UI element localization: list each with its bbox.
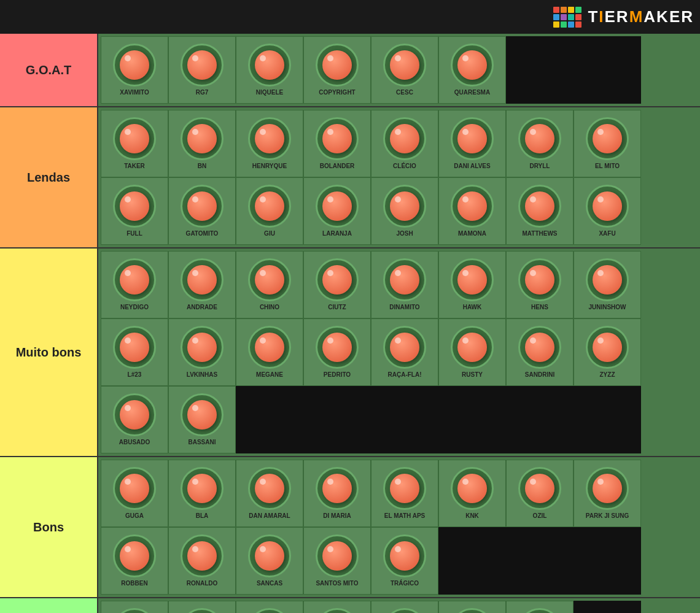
tier-label-muito-bons: Muito bons <box>0 249 98 456</box>
player-card[interactable]: RG7 <box>168 36 236 104</box>
player-card[interactable]: DANI ALVES <box>438 110 506 177</box>
player-avatar <box>113 44 156 87</box>
empty-cell <box>574 386 641 453</box>
player-card[interactable]: XAFU <box>574 177 641 245</box>
player-card[interactable]: CHINO <box>236 251 303 318</box>
player-name: BN <box>198 163 206 170</box>
player-avatar <box>586 326 629 369</box>
player-name: DRYLL <box>530 163 550 170</box>
player-name: SANCAS <box>257 580 282 587</box>
player-card[interactable]: BN <box>168 110 236 177</box>
player-avatar <box>518 467 561 510</box>
player-avatar <box>248 326 291 369</box>
player-card[interactable]: CIUTZ <box>303 251 371 318</box>
player-card[interactable]: GATOMITO <box>168 177 236 245</box>
player-card[interactable]: MAMONA <box>438 177 506 245</box>
empty-cell <box>371 386 438 453</box>
player-card[interactable]: PARK JI SUNG <box>574 460 641 527</box>
player-card[interactable]: HENS <box>506 251 574 318</box>
player-name: HENS <box>531 304 548 311</box>
player-card[interactable]: MATTHEWS <box>506 177 574 245</box>
player-avatar <box>316 185 359 228</box>
player-card[interactable]: XAVIMITO <box>101 36 168 104</box>
player-card[interactable]: JOSH <box>371 177 438 245</box>
player-card[interactable]: EL MATH APS <box>371 460 438 527</box>
tier-container: G.O.A.TXAVIMITORG7NIQUELECOPYRIGHTCESCQU… <box>0 34 700 613</box>
player-card[interactable]: LARANJA <box>303 177 371 245</box>
player-card[interactable]: CLÉCIO <box>371 110 438 177</box>
empty-cell <box>574 36 641 104</box>
player-name: NIQUELE <box>256 89 283 96</box>
player-card[interactable]: P.H. GANSO <box>303 601 371 613</box>
player-card[interactable]: RUSTY <box>438 318 506 386</box>
player-card[interactable]: ANDRADE <box>168 251 236 318</box>
player-card[interactable]: SANTOS MITO <box>303 527 371 595</box>
player-card[interactable]: OZIL <box>506 460 574 527</box>
player-avatar <box>181 44 224 87</box>
player-card[interactable]: NEYDIGO <box>101 251 168 318</box>
player-card[interactable]: BLA <box>168 460 236 527</box>
player-card[interactable]: ROBBEN <box>101 527 168 595</box>
player-card[interactable]: FRED <box>236 601 303 613</box>
player-card[interactable]: RUKA <box>101 601 168 613</box>
player-avatar <box>113 534 156 577</box>
player-card[interactable]: DI MARIA <box>303 460 371 527</box>
player-card[interactable]: GIU <box>236 177 303 245</box>
player-card[interactable]: MEGANE <box>236 318 303 386</box>
player-card[interactable]: MR. CECEL <box>438 601 506 613</box>
player-card[interactable]: RAÇA-FLA! <box>371 318 438 386</box>
player-name: ROBBEN <box>121 580 147 587</box>
tier-items-ruins: RUKACATANHA#21FREDP.H. GANSOJEFFMR. CECE… <box>98 598 700 613</box>
player-card[interactable]: HAWK <box>438 251 506 318</box>
player-card[interactable]: BOLANDER <box>303 110 371 177</box>
tier-row-bons: BonsGUGABLADAN AMARALDI MARIAEL MATH APS… <box>0 457 700 598</box>
player-card[interactable]: HENRYQUE <box>236 110 303 177</box>
player-card[interactable]: JUNINSHOW <box>574 251 641 318</box>
player-card[interactable]: ABUSADO <box>101 386 168 453</box>
player-avatar <box>451 326 494 369</box>
player-name: COPYRIGHT <box>319 89 355 96</box>
player-card[interactable]: SANDRINI <box>506 318 574 386</box>
player-name: RG7 <box>196 89 209 96</box>
player-card[interactable]: LVKINHAS <box>168 318 236 386</box>
player-card[interactable]: DRYLL <box>506 110 574 177</box>
player-card[interactable]: QUARESMA <box>438 36 506 104</box>
player-card[interactable]: TRÁGICO <box>371 527 438 595</box>
player-avatar <box>316 608 359 613</box>
player-avatar <box>451 185 494 228</box>
player-card[interactable]: JEFF <box>371 601 438 613</box>
player-avatar <box>248 258 291 301</box>
player-avatar <box>248 467 291 510</box>
player-card[interactable]: L#23 <box>101 318 168 386</box>
empty-cell <box>236 386 303 453</box>
player-name: GATOMITO <box>186 230 219 237</box>
player-card[interactable]: ZYZZ <box>574 318 641 386</box>
player-card[interactable]: CESC <box>371 36 438 104</box>
tiermaker-logo: TierMaker <box>553 7 694 28</box>
player-avatar <box>316 534 359 577</box>
player-name: EL MITO <box>595 163 620 170</box>
player-card[interactable]: NIQUELE <box>236 36 303 104</box>
player-name: TRÁGICO <box>391 580 419 587</box>
player-avatar <box>248 534 291 577</box>
player-card[interactable]: BASSANI <box>168 386 236 453</box>
player-card[interactable]: COPYRIGHT <box>303 36 371 104</box>
player-card[interactable]: RONALDO <box>168 527 236 595</box>
player-card[interactable]: RICARDO PG <box>506 601 574 613</box>
player-name: BLA <box>196 512 209 520</box>
player-card[interactable]: CATANHA#21 <box>168 601 236 613</box>
player-card[interactable]: TAKER <box>101 110 168 177</box>
player-card[interactable]: GUGA <box>101 460 168 527</box>
player-card[interactable]: EL MITO <box>574 110 641 177</box>
player-card[interactable]: SANCAS <box>236 527 303 595</box>
player-name: SANTOS MITO <box>316 580 358 587</box>
player-avatar <box>181 326 224 369</box>
player-name: L#23 <box>128 371 142 379</box>
player-avatar <box>586 185 629 228</box>
player-card[interactable]: PEDRITO <box>303 318 371 386</box>
player-card[interactable]: DAN AMARAL <box>236 460 303 527</box>
player-card[interactable]: FULL <box>101 177 168 245</box>
player-avatar <box>451 467 494 510</box>
player-card[interactable]: DINAMITO <box>371 251 438 318</box>
player-card[interactable]: KNK <box>438 460 506 527</box>
